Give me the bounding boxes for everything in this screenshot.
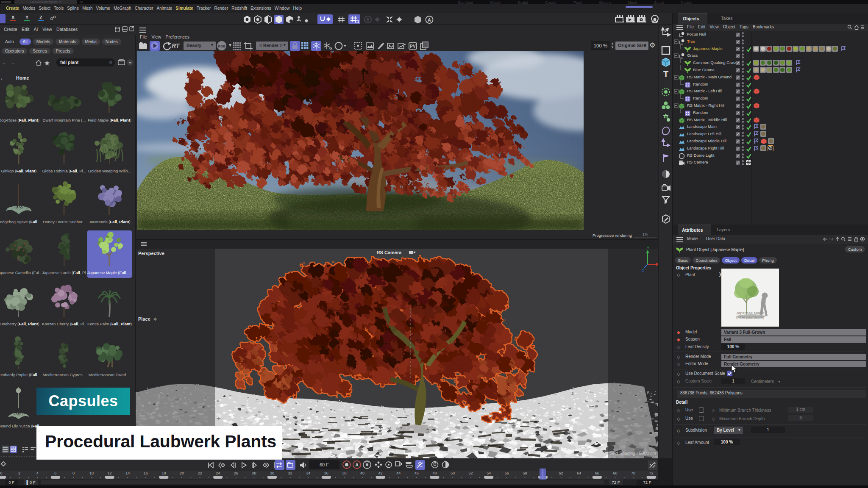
svg-text:68: 68 [613, 471, 617, 475]
svg-text:24: 24 [216, 471, 220, 475]
svg-text:Grid Spacing : 5000 cm: Grid Spacing : 5000 cm [609, 451, 656, 456]
svg-text:6: 6 [54, 471, 56, 475]
svg-text:70: 70 [631, 471, 635, 475]
svg-text:60 F: 60 F [320, 462, 329, 467]
svg-text:G: G [329, 47, 332, 50]
svg-text:44: 44 [396, 471, 401, 475]
svg-text:A: A [428, 17, 431, 22]
svg-text:38: 38 [342, 471, 346, 475]
svg-text:16: 16 [144, 471, 148, 475]
svg-text:20: 20 [180, 471, 184, 475]
svg-text:50: 50 [451, 471, 455, 475]
svg-text:40: 40 [360, 471, 364, 475]
svg-text:(Acer palmatum): (Acer palmatum) [736, 315, 765, 319]
svg-text:22: 22 [198, 471, 202, 475]
svg-text:PV: PV [410, 44, 416, 49]
svg-text:4: 4 [36, 471, 39, 475]
svg-text:Place: Place [138, 316, 150, 322]
svg-text:10: 10 [89, 471, 94, 475]
svg-text:36: 36 [324, 471, 328, 475]
svg-text:56: 56 [505, 471, 509, 475]
svg-text:34: 34 [306, 471, 310, 475]
svg-text:A: A [355, 463, 358, 467]
svg-text:28: 28 [252, 471, 256, 475]
svg-text:8: 8 [72, 471, 75, 475]
svg-text:✥: ✥ [153, 317, 157, 322]
svg-text:30: 30 [270, 471, 274, 475]
svg-text:64: 64 [577, 471, 581, 475]
svg-text:42: 42 [378, 471, 383, 475]
svg-text:Z: Z [642, 269, 644, 273]
svg-text:14: 14 [125, 471, 130, 475]
svg-text:0: 0 [0, 471, 2, 475]
svg-text:66: 66 [595, 471, 599, 475]
svg-text:2: 2 [18, 471, 20, 475]
svg-text:Perspective: Perspective [138, 251, 164, 256]
svg-text:52: 52 [469, 471, 473, 475]
svg-text:48: 48 [432, 471, 437, 475]
svg-text:54: 54 [487, 471, 491, 475]
svg-text:32: 32 [288, 471, 292, 475]
svg-text:72: 72 [649, 471, 654, 475]
svg-text:T: T [663, 69, 668, 79]
svg-text:18: 18 [161, 471, 166, 475]
svg-text:58: 58 [523, 471, 527, 475]
svg-text:12: 12 [108, 471, 112, 475]
svg-text:46: 46 [415, 471, 419, 475]
svg-text:26: 26 [234, 471, 238, 475]
svg-text:RS Camera: RS Camera [377, 250, 402, 255]
svg-text:62: 62 [559, 471, 563, 475]
svg-text:RGB: RGB [218, 44, 225, 48]
svg-text:Japanese Maple: Japanese Maple [736, 311, 764, 315]
svg-text:Y: Y [647, 246, 649, 250]
